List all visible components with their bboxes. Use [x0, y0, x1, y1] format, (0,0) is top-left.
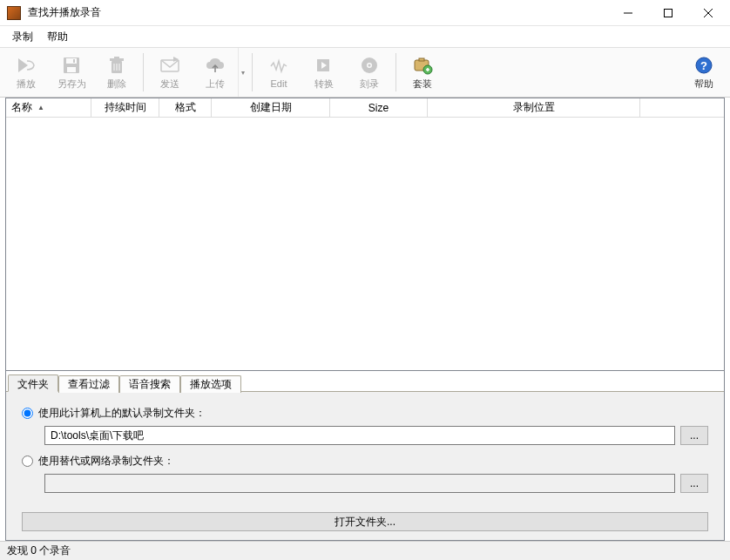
cloud-upload-icon	[203, 55, 227, 76]
col-spacer	[640, 98, 724, 117]
status-text: 发现 0 个录音	[7, 543, 71, 558]
alt-path-input	[44, 474, 675, 493]
use-default-row: 使用此计算机上的默认录制文件夹：	[22, 406, 708, 421]
help-button[interactable]: ? 帮助	[681, 48, 727, 97]
col-name[interactable]: 名称▲	[6, 98, 91, 117]
alt-path-row: ...	[44, 474, 708, 493]
list-header: 名称▲ 持续时间 格式 创建日期 Size 录制位置	[6, 98, 724, 118]
recordings-list[interactable]: 名称▲ 持续时间 格式 创建日期 Size 录制位置	[5, 98, 725, 371]
svg-rect-10	[114, 57, 119, 58]
col-location[interactable]: 录制位置	[428, 98, 640, 117]
svg-rect-7	[73, 59, 75, 63]
close-button[interactable]	[688, 0, 728, 26]
minimize-button[interactable]	[608, 0, 648, 26]
folder-tab-content: 使用此计算机上的默认录制文件夹： ... 使用替代或网络录制文件夹： ...	[6, 392, 724, 509]
default-path-input[interactable]	[44, 426, 675, 445]
list-body[interactable]	[6, 118, 724, 370]
col-size[interactable]: Size	[330, 98, 428, 117]
svg-rect-1	[665, 9, 673, 17]
content-area: 名称▲ 持续时间 格式 创建日期 Size 录制位置 文件夹 查看过滤 语音搜索…	[5, 98, 725, 541]
delete-button[interactable]: 删除	[94, 48, 139, 97]
disc-icon	[357, 55, 382, 76]
toolbar-separator	[143, 53, 144, 91]
svg-point-18	[368, 64, 371, 66]
save-as-button[interactable]: 另存为	[49, 48, 94, 97]
envelope-icon	[158, 55, 182, 76]
use-default-label[interactable]: 使用此计算机上的默认录制文件夹：	[38, 406, 206, 421]
edit-button[interactable]: Edit	[256, 48, 301, 97]
col-created[interactable]: 创建日期	[212, 98, 330, 117]
tab-strip: 文件夹 查看过滤 语音搜索 播放选项	[6, 371, 724, 392]
browse-alt-button[interactable]: ...	[680, 474, 708, 493]
browse-default-button[interactable]: ...	[680, 426, 708, 445]
burn-button[interactable]: 刻录	[347, 48, 392, 97]
open-folder-button[interactable]: 打开文件夹...	[22, 512, 708, 531]
svg-rect-9	[110, 58, 124, 61]
menu-bar: 录制 帮助	[0, 26, 730, 47]
menu-help[interactable]: 帮助	[40, 28, 75, 46]
title-bar: 查找并播放录音	[0, 0, 730, 26]
default-path-row: ...	[44, 426, 708, 445]
tab-folder[interactable]: 文件夹	[8, 374, 58, 392]
bottom-panel: 文件夹 查看过滤 语音搜索 播放选项 使用此计算机上的默认录制文件夹： ... …	[5, 371, 725, 541]
app-icon	[7, 6, 21, 20]
sort-asc-icon: ▲	[37, 104, 44, 111]
status-bar: 发现 0 个录音	[0, 541, 730, 560]
toolbar: 播放 另存为 删除 发送 上传 ▾ Edit 转换	[0, 47, 730, 98]
col-format[interactable]: 格式	[159, 98, 212, 117]
edit-waveform-icon	[267, 56, 291, 77]
help-icon: ?	[692, 55, 716, 76]
maximize-button[interactable]	[648, 0, 688, 26]
tab-filter[interactable]: 查看过滤	[58, 375, 119, 393]
maximize-icon	[664, 9, 673, 17]
toolbar-separator	[395, 53, 396, 91]
suite-button[interactable]: 套装	[400, 48, 445, 97]
window-title: 查找并播放录音	[26, 5, 608, 20]
toolbar-separator	[252, 53, 253, 91]
use-alt-row: 使用替代或网络录制文件夹：	[22, 454, 708, 469]
upload-button[interactable]: 上传	[193, 48, 238, 97]
menu-record[interactable]: 录制	[5, 28, 40, 46]
tab-play-options[interactable]: 播放选项	[180, 375, 241, 393]
convert-button[interactable]: 转换	[301, 48, 347, 97]
svg-rect-5	[66, 58, 77, 64]
convert-icon	[312, 55, 336, 76]
play-button[interactable]: 播放	[3, 48, 49, 97]
tab-voice-search[interactable]: 语音搜索	[119, 375, 180, 393]
play-icon	[14, 55, 38, 76]
svg-rect-20	[419, 58, 424, 61]
svg-rect-6	[67, 67, 76, 72]
close-icon	[704, 9, 713, 17]
minimize-icon	[624, 9, 632, 17]
save-icon	[59, 55, 84, 76]
trash-icon	[105, 55, 129, 76]
col-duration[interactable]: 持续时间	[91, 98, 159, 117]
suite-icon	[410, 55, 435, 76]
use-default-radio[interactable]	[22, 408, 33, 419]
use-alt-label[interactable]: 使用替代或网络录制文件夹：	[38, 454, 174, 469]
svg-text:?: ?	[700, 59, 707, 72]
send-button[interactable]: 发送	[147, 48, 193, 97]
use-alt-radio[interactable]	[22, 455, 33, 467]
upload-dropdown[interactable]: ▾	[238, 48, 247, 97]
